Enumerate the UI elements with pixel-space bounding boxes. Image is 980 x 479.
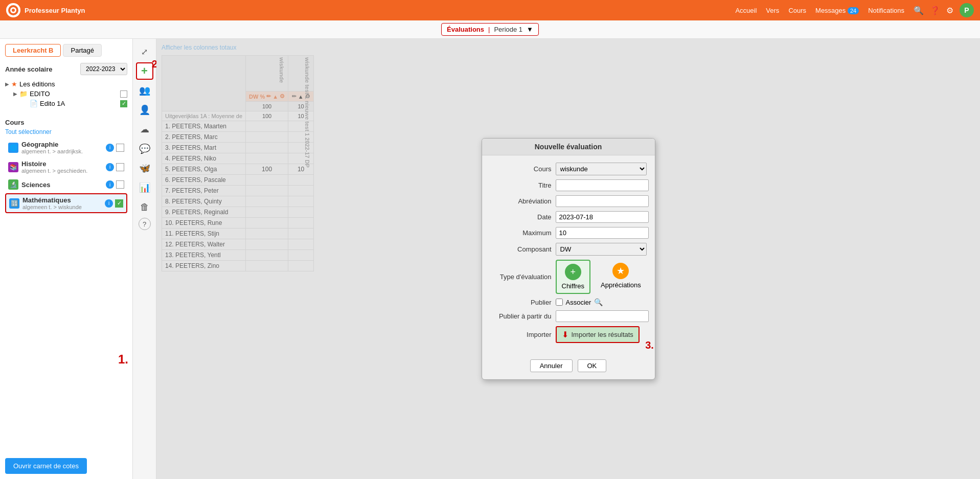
tree-edito-checkbox[interactable]: [120, 90, 127, 98]
tree-section: ▶ ★ Les éditions ▶ 📁 EDITO 📄 Edito 1A ✓: [5, 79, 127, 108]
search-icon[interactable]: 🔍: [914, 6, 924, 15]
tree-edito[interactable]: ▶ 📁 EDITO: [13, 89, 127, 99]
chiffres-icon: +: [565, 264, 581, 280]
step1-label: 1.: [118, 352, 128, 367]
dialog-max-label: Maximum: [490, 229, 552, 237]
year-select[interactable]: 2022-2023: [80, 63, 127, 75]
butterfly-btn[interactable]: 🦋: [136, 159, 153, 177]
nav-accueil[interactable]: Accueil: [735, 7, 757, 14]
tout-selectionner[interactable]: Tout sélectionner: [5, 128, 127, 135]
dialog-importer-label: Importer: [490, 331, 552, 338]
tree-edito-arrow: ▶: [13, 91, 17, 97]
eval-type-appre[interactable]: ★ Appréciations: [596, 260, 646, 294]
nav-links: Accueil Vers Cours Messages 24 Notificat…: [735, 7, 904, 14]
course-math-actions: i ✓: [105, 199, 123, 208]
tree-edito1a-group: 📄 Edito 1A ✓: [13, 99, 127, 108]
dialog-titre-input[interactable]: [556, 179, 649, 191]
dialog-abrev-input[interactable]: [556, 195, 649, 207]
math-info-btn[interactable]: i: [105, 199, 113, 208]
geo-info-btn[interactable]: i: [106, 144, 114, 152]
course-hist-actions: i: [106, 163, 124, 171]
period-dropdown-icon: ▼: [527, 26, 533, 33]
add-evaluation-btn[interactable]: +: [136, 62, 153, 80]
tree-edito1a-checkbox[interactable]: ✓: [120, 100, 127, 107]
geo-checkbox[interactable]: [116, 144, 124, 152]
course-sciences[interactable]: 🔬 Sciences i: [5, 177, 127, 192]
avatar[interactable]: P: [960, 3, 974, 17]
tree-root[interactable]: ▶ ★ Les éditions: [5, 79, 127, 89]
students-btn[interactable]: 👥: [136, 82, 153, 99]
course-math-text: Mathématiques algemeen t. > wiskunde: [22, 196, 102, 210]
dialog-title: Nouvelle évaluation: [482, 139, 655, 155]
main-layout: Leerkracht B Partagé Année scolaire 2022…: [0, 39, 980, 479]
tab-leerkracht[interactable]: Leerkracht B: [5, 44, 61, 57]
ok-btn[interactable]: OK: [578, 359, 607, 372]
nav-cours[interactable]: Cours: [788, 7, 806, 14]
tree-edito1a[interactable]: 📄 Edito 1A ✓: [30, 99, 127, 108]
courses-section: Cours Tout sélectionner 🌐 Géographie alg…: [5, 119, 127, 215]
period-bar: Évaluations | Periode 1 ▼: [0, 20, 980, 39]
excel-btn[interactable]: 📊: [136, 179, 153, 196]
appre-icon: ★: [612, 263, 629, 279]
tree-edito1a-icon: 📄: [30, 100, 38, 107]
dialog-footer: Annuler OK: [482, 354, 655, 379]
cloud-btn[interactable]: ☁: [136, 121, 153, 138]
sci-checkbox[interactable]: [116, 180, 124, 189]
eval-label: Évaluations: [447, 26, 484, 33]
dialog-comp-select[interactable]: DW: [556, 243, 647, 256]
math-checkbox[interactable]: ✓: [115, 199, 123, 208]
expand-btn[interactable]: ⤢: [136, 43, 153, 60]
hist-info-btn[interactable]: i: [106, 163, 114, 171]
person-btn[interactable]: 👤: [136, 101, 153, 119]
course-sci-icon: 🔬: [8, 179, 18, 190]
importer-btn[interactable]: ⬇ Importer les résultats: [556, 326, 640, 343]
course-geographie[interactable]: 🌐 Géographie algemeen t. > aardrijksk. i: [5, 139, 127, 156]
dialog-body: Cours wiskunde Titre Abréviation: [482, 155, 655, 354]
dialog-cours-select[interactable]: wiskunde: [556, 163, 647, 175]
dialog-max-input[interactable]: [556, 227, 649, 239]
publier-checkbox[interactable]: [556, 299, 563, 306]
add-btn-wrapper: + 2.: [136, 62, 153, 80]
course-hist-name: Histoire: [21, 160, 103, 168]
dialog-comp-row: Composant DW: [490, 243, 647, 256]
trash-btn[interactable]: 🗑: [136, 198, 153, 216]
nav-messages[interactable]: Messages 24: [815, 7, 859, 14]
dialog-date-label: Date: [490, 213, 552, 221]
chat-btn[interactable]: 💬: [136, 140, 153, 157]
year-row: Année scolaire 2022-2023: [5, 63, 127, 75]
course-hist-text: Histoire algemeen t. > geschieden.: [21, 160, 103, 174]
tab-partage[interactable]: Partagé: [63, 44, 102, 57]
nav-vers[interactable]: Vers: [766, 7, 779, 14]
nav-notifications[interactable]: Notifications: [868, 7, 904, 14]
importer-btn-label: Importer les résultats: [572, 331, 633, 338]
annuler-btn[interactable]: Annuler: [530, 359, 573, 372]
open-carnet-btn[interactable]: Ouvrir carnet de cotes: [5, 458, 87, 474]
dialog-abrev-label: Abréviation: [490, 197, 552, 205]
tree-edito-group: ▶ 📁 EDITO 📄 Edito 1A ✓: [5, 89, 127, 108]
topnav: Professeur Plantyn Accueil Vers Cours Me…: [0, 0, 980, 20]
help-toolbar-btn[interactable]: ?: [139, 218, 151, 230]
tree-root-label: Les éditions: [19, 80, 127, 88]
dialog-partir-input[interactable]: [556, 310, 649, 322]
import-down-icon: ⬇: [562, 330, 568, 339]
dialog-publier-label: Publier: [490, 299, 552, 306]
period-selector[interactable]: Évaluations | Periode 1 ▼: [441, 23, 539, 36]
hist-checkbox[interactable]: [116, 163, 124, 171]
associer-search-icon[interactable]: 🔍: [594, 298, 603, 306]
dialog-date-input[interactable]: [556, 211, 649, 223]
app-name: Professeur Plantyn: [25, 7, 85, 14]
dialog-partir-label: Publier à partir du: [490, 312, 552, 320]
course-sci-name: Sciences: [21, 181, 103, 189]
sci-info-btn[interactable]: i: [106, 180, 114, 189]
dialog-partir-row: Publier à partir du: [490, 310, 647, 322]
course-histoire[interactable]: 📚 Histoire algemeen t. > geschieden. i: [5, 158, 127, 176]
help-icon[interactable]: ❓: [930, 6, 940, 15]
plus-icon: +: [141, 64, 148, 78]
course-geo-text: Géographie algemeen t. > aardrijksk.: [21, 141, 103, 154]
course-mathematiques[interactable]: 🔢 Mathématiques algemeen t. > wiskunde i…: [5, 193, 127, 213]
eval-type-chiffres[interactable]: + Chiffres: [556, 260, 591, 294]
chiffres-label: Chiffres: [562, 282, 585, 290]
eval-type-selector: + Chiffres ★ Appréciations: [556, 260, 646, 294]
settings-icon[interactable]: ⚙: [946, 6, 953, 15]
dialog-overlay: Nouvelle évaluation Cours wiskunde Titre: [156, 39, 980, 479]
